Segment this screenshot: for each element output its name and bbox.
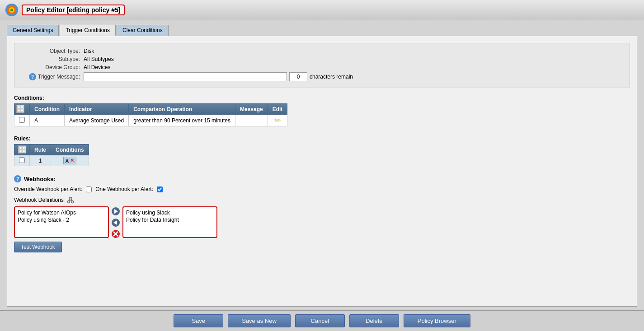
- save-button[interactable]: Save: [174, 314, 223, 315]
- object-type-row: Object Type: Disk: [21, 48, 623, 54]
- svg-rect-9: [23, 147, 25, 149]
- content-panel: Object Type: Disk Subtype: All Subtypes …: [7, 36, 637, 307]
- main-content: General Settings Trigger Conditions Clea…: [0, 20, 644, 315]
- one-webhook-label: One Webhook per Alert:: [95, 186, 153, 192]
- delete-icon: [111, 229, 120, 238]
- override-label: Override Webhook per Alert:: [14, 186, 82, 192]
- webhook-delete-button[interactable]: [111, 229, 121, 239]
- chars-remain-input: [289, 72, 307, 81]
- save-as-new-button[interactable]: Save as New: [228, 314, 291, 315]
- conditions-table: Condition Indicator Comparison Operation…: [14, 103, 287, 126]
- condition-tag-a: A ✕: [63, 157, 76, 164]
- webhook-defs-icon: [66, 196, 75, 204]
- table-row: A Average Storage Used greater than 90 P…: [14, 115, 287, 126]
- tab-clear-conditions[interactable]: Clear Conditions: [117, 25, 169, 36]
- conditions-row-checkbox[interactable]: [19, 117, 25, 123]
- list-item[interactable]: Policy for Data Insight: [126, 216, 214, 224]
- webhook-add-button[interactable]: [111, 206, 121, 216]
- trigger-message-label-wrapper: ? Trigger Message:: [21, 73, 80, 80]
- title-bar: Policy Editor [editing policy #5]: [0, 0, 644, 20]
- app-logo: [5, 3, 19, 17]
- svg-line-15: [69, 200, 71, 201]
- webhook-defs-label: Webhook Definitions: [14, 197, 64, 203]
- webhooks-label: Webhooks:: [24, 176, 56, 182]
- subtype-value: All Subtypes: [84, 56, 114, 62]
- conditions-col-condition: Condition: [30, 104, 65, 115]
- svg-rect-8: [19, 147, 22, 149]
- info-icon: ?: [29, 73, 36, 80]
- policy-browser-button[interactable]: Policy Browser: [404, 314, 470, 315]
- webhooks-section: ? Webhooks: Override Webhook per Alert: …: [14, 175, 630, 252]
- page-title: Policy Editor [editing policy #5]: [22, 5, 125, 15]
- delete-button[interactable]: Delete: [349, 314, 399, 315]
- webhook-left-list[interactable]: Policy for Watson AIOps Policy using Sla…: [14, 206, 109, 238]
- svg-rect-6: [18, 109, 20, 112]
- conditions-col-indicator: Indicator: [64, 104, 128, 115]
- webhook-defs-row: Webhook Definitions: [14, 196, 630, 204]
- device-group-value: All Devices: [84, 64, 110, 70]
- webhook-right-list[interactable]: Policy using Slack Policy for Data Insig…: [122, 206, 217, 238]
- conditions-row-message: [235, 115, 268, 126]
- trigger-message-row: ? Trigger Message: characters remain: [21, 72, 623, 81]
- rules-table: Rule Conditions 1 A ✕: [14, 144, 89, 166]
- trigger-message-input[interactable]: [84, 72, 287, 81]
- one-webhook-checkbox[interactable]: [157, 186, 163, 192]
- conditions-row-checkbox-cell: [14, 115, 30, 126]
- rules-row-conditions: A ✕: [51, 155, 89, 166]
- rules-section: Rules: Rule Conditions: [14, 135, 630, 166]
- svg-point-3: [10, 9, 13, 11]
- webhook-controls: [111, 206, 121, 239]
- rules-row-checkbox[interactable]: [19, 157, 25, 163]
- arrow-left-icon: [111, 218, 120, 227]
- conditions-row-comparison: greater than 90 Percent over 15 minutes: [129, 115, 235, 126]
- device-group-label: Device Group:: [21, 64, 80, 70]
- svg-rect-5: [21, 106, 23, 108]
- svg-line-16: [71, 200, 72, 201]
- subtype-label: Subtype:: [21, 56, 80, 62]
- override-row: Override Webhook per Alert: One Webhook …: [14, 186, 630, 192]
- conditions-table-toolbar-icon[interactable]: [16, 105, 24, 113]
- webhook-remove-button[interactable]: [111, 218, 121, 228]
- rules-table-toolbar-icon[interactable]: [18, 145, 26, 154]
- conditions-col-comparison: Comparison Operation: [129, 104, 235, 115]
- conditions-section: Conditions: Condition Indicator Comparis…: [14, 95, 630, 126]
- table-row: 1 A ✕: [14, 155, 89, 166]
- webhook-lists-container: Policy for Watson AIOps Policy using Sla…: [14, 206, 630, 239]
- svg-rect-7: [21, 109, 23, 112]
- device-group-row: Device Group: All Devices: [21, 64, 623, 70]
- cancel-button[interactable]: Cancel: [295, 314, 345, 315]
- chars-remain-label: characters remain: [310, 74, 353, 80]
- svg-rect-4: [18, 106, 20, 108]
- rules-row-rule: 1: [30, 155, 51, 166]
- rules-row-checkbox-cell: [14, 155, 30, 166]
- conditions-row-edit[interactable]: ✏: [268, 115, 287, 126]
- tab-trigger-conditions[interactable]: Trigger Conditions: [60, 25, 116, 36]
- bottom-toolbar: Save Save as New Cancel Delete Policy Br…: [0, 310, 644, 315]
- svg-rect-11: [23, 150, 25, 152]
- list-item[interactable]: Policy for Watson AIOps: [18, 209, 105, 216]
- conditions-col-edit: Edit: [268, 104, 287, 115]
- object-type-value: Disk: [84, 48, 94, 54]
- rules-section-label: Rules:: [14, 135, 630, 142]
- info-section: Object Type: Disk Subtype: All Subtypes …: [14, 43, 630, 88]
- svg-point-14: [71, 201, 73, 203]
- conditions-col-message: Message: [235, 104, 268, 115]
- conditions-table-icon-col: [14, 104, 30, 115]
- test-webhook-button[interactable]: Test Webhook: [14, 242, 62, 252]
- arrow-right-icon: [111, 207, 120, 216]
- tab-general-settings[interactable]: General Settings: [7, 25, 59, 36]
- condition-tag-label: A: [66, 158, 69, 163]
- rules-col-conditions: Conditions: [51, 145, 89, 155]
- conditions-row-condition: A: [30, 115, 65, 126]
- subtype-row: Subtype: All Subtypes: [21, 56, 623, 62]
- webhooks-header: ? Webhooks:: [14, 175, 630, 182]
- edit-pencil-icon[interactable]: ✏: [275, 117, 281, 124]
- object-type-label: Object Type:: [21, 48, 80, 54]
- webhooks-info-icon: ?: [14, 175, 21, 182]
- condition-remove-icon[interactable]: ✕: [70, 158, 74, 163]
- override-checkbox[interactable]: [86, 186, 92, 192]
- list-item[interactable]: Policy using Slack: [126, 209, 214, 216]
- rules-table-icon-col: [14, 145, 30, 155]
- list-item[interactable]: Policy using Slack - 2: [18, 216, 105, 224]
- svg-point-12: [69, 197, 72, 200]
